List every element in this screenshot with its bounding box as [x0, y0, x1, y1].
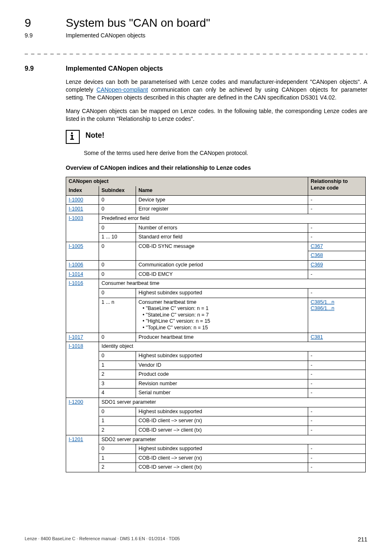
link-index[interactable]: I-1001 [69, 206, 83, 212]
link-lenze-code[interactable]: C368 [311, 252, 323, 258]
link-lenze-code[interactable]: C385/1...n [311, 299, 334, 305]
cell-name: Highest subindex supported [136, 444, 308, 454]
cell-group: Predefined error field [99, 214, 366, 223]
th-name: Name [136, 186, 308, 195]
cell-index [66, 407, 99, 416]
cell-relationship: - [308, 453, 366, 463]
link-index[interactable]: I-1005 [69, 243, 83, 249]
cell-group: Identity object [99, 342, 366, 352]
paragraph-2: Many CANopen objects can be mapped on Le… [66, 107, 367, 123]
section-number-top: 9.9 [25, 32, 66, 39]
cell-relationship: - [308, 205, 366, 214]
svg-point-0 [71, 132, 73, 134]
cell-index [66, 298, 99, 333]
th-subindex: Subindex [99, 186, 136, 195]
cell-index: I-1201 [66, 435, 99, 444]
link-lenze-code[interactable]: C386/1...n [311, 305, 334, 311]
cell-index [66, 223, 99, 233]
cell-subindex: 1 [99, 361, 136, 370]
link-index[interactable]: I-1200 [69, 399, 83, 405]
cell-index [66, 288, 99, 298]
table-row: 3Revision number- [66, 379, 366, 388]
info-icon [66, 130, 80, 144]
cell-subindex: 0 [99, 195, 136, 205]
svg-rect-3 [70, 139, 74, 140]
cell-name: Product code [136, 370, 308, 379]
cell-name: Number of errors [136, 223, 308, 233]
cell-subindex [99, 251, 136, 261]
link-lenze-code[interactable]: C369 [311, 262, 323, 268]
link-index[interactable]: I-1003 [69, 215, 83, 221]
table-row: I-10000Device type- [66, 195, 366, 205]
cell-relationship: - [308, 370, 366, 379]
table-row: I-1200SDO1 server parameter [66, 398, 366, 407]
link-lenze-code[interactable]: C381 [311, 334, 323, 340]
section-number: 9.9 [25, 65, 66, 72]
link-index[interactable]: I-1014 [69, 271, 83, 277]
cell-subindex: 2 [99, 463, 136, 472]
cell-name: Consumer heartbeat time"BaseLine C" vers… [136, 298, 308, 333]
table-row: 1COB-ID client –> server (rx)- [66, 416, 366, 426]
th-relationship: Relationship to Lenze code [308, 177, 366, 195]
table-row: 4Serial number- [66, 388, 366, 398]
svg-rect-2 [71, 135, 73, 139]
chapter-number: 9 [25, 16, 66, 30]
cell-relationship: C368 [308, 251, 366, 261]
cell-name: Standard error field [136, 233, 308, 242]
cell-relationship: - [308, 463, 366, 472]
link-index[interactable]: I-1016 [69, 280, 83, 286]
cell-relationship: - [308, 388, 366, 398]
cell-relationship: - [308, 361, 366, 370]
table-row: 0Highest subindex supported- [66, 351, 366, 361]
cell-index: I-1014 [66, 270, 99, 279]
cell-relationship: - [308, 195, 366, 205]
cell-index [66, 463, 99, 472]
cell-relationship: - [308, 288, 366, 298]
cell-index: I-1016 [66, 279, 99, 289]
cell-relationship: C385/1...nC386/1...n [308, 298, 366, 333]
cell-relationship: - [308, 407, 366, 416]
cell-subindex: 0 [99, 351, 136, 361]
cell-name: Error register [136, 205, 308, 214]
cell-subindex: 1 [99, 453, 136, 463]
link-index[interactable]: I-1000 [69, 197, 83, 203]
table-row: I-10010Error register- [66, 205, 366, 214]
link-index[interactable]: I-1006 [69, 262, 83, 268]
cell-relationship: - [308, 444, 366, 454]
cell-subindex: 0 [99, 407, 136, 416]
cell-relationship: - [308, 223, 366, 233]
cell-index [66, 361, 99, 370]
table-row: 0Highest subindex supported- [66, 407, 366, 416]
cell-index: I-1003 [66, 214, 99, 223]
cell-name: Vendor ID [136, 361, 308, 370]
cell-index: I-1005 [66, 242, 99, 251]
link-index[interactable]: I-1201 [69, 437, 83, 442]
cell-subindex: 0 [99, 288, 136, 298]
cell-subindex: 0 [99, 444, 136, 454]
table-row: 2Product code- [66, 370, 366, 379]
table-row: 1 ... nConsumer heartbeat time"BaseLine … [66, 298, 366, 333]
link-index[interactable]: I-1017 [69, 334, 83, 340]
cell-name: COB-ID client –> server (rx) [136, 416, 308, 426]
cell-name: COB-ID EMCY [136, 270, 308, 279]
cell-index [66, 416, 99, 426]
cell-index [66, 453, 99, 463]
note-text: Some of the terms used here derive from … [84, 150, 367, 156]
table-row: I-1003Predefined error field [66, 214, 366, 223]
cell-name: COB-ID server –> client (tx) [136, 463, 308, 472]
link-index[interactable]: I-1018 [69, 343, 83, 349]
cell-index: I-1000 [66, 195, 99, 205]
cell-index [66, 370, 99, 379]
link-lenze-code[interactable]: C367 [311, 243, 323, 249]
table-row: 1Vendor ID- [66, 361, 366, 370]
link-canopen-compliant[interactable]: CANopen-compliant [97, 86, 148, 93]
separator: _ _ _ _ _ _ _ _ _ _ _ _ _ _ _ _ _ _ _ _ … [25, 48, 367, 54]
table-row: 0Number of errors- [66, 223, 366, 233]
table-row: C368 [66, 251, 366, 261]
cell-name: Highest subindex supported [136, 351, 308, 361]
th-index: Index [66, 186, 99, 195]
cell-name: Serial number [136, 388, 308, 398]
cell-index [66, 426, 99, 435]
cell-index: I-1017 [66, 333, 99, 342]
cell-subindex: 0 [99, 261, 136, 270]
